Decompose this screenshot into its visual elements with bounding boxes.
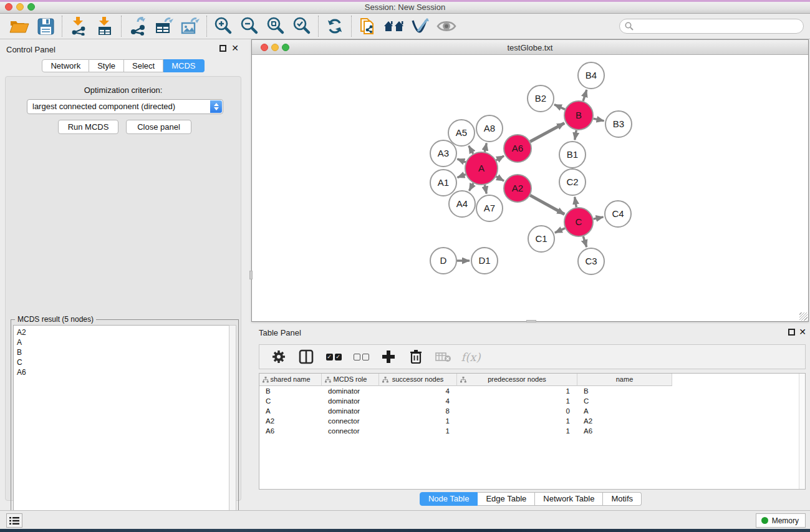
cell-MCDS-role[interactable]: dominator bbox=[322, 386, 379, 396]
edge-A-A3[interactable] bbox=[457, 159, 466, 162]
export-network-button[interactable] bbox=[125, 14, 151, 38]
cell-predecessor-nodes[interactable]: 1 bbox=[457, 416, 577, 426]
node-B1[interactable]: B1 bbox=[559, 142, 586, 168]
node-A1[interactable]: A1 bbox=[430, 170, 456, 196]
graphics-details-button[interactable] bbox=[433, 14, 460, 38]
node-table-scrollbar[interactable] bbox=[799, 374, 805, 489]
clone-network-button[interactable] bbox=[355, 14, 381, 38]
mcds-result-item[interactable]: A bbox=[17, 337, 229, 347]
table-settings-button[interactable] bbox=[269, 347, 288, 366]
mcds-result-item[interactable]: A2 bbox=[17, 327, 229, 337]
node-B[interactable]: B bbox=[564, 101, 593, 130]
edge-C-C1[interactable] bbox=[555, 228, 565, 233]
edge-C-C2[interactable] bbox=[575, 197, 577, 208]
cell-MCDS-role[interactable]: connector bbox=[322, 426, 379, 436]
network-hscroll-thumb[interactable] bbox=[526, 320, 536, 322]
tab-mcds[interactable]: MCDS bbox=[163, 59, 204, 72]
node-C3[interactable]: C3 bbox=[578, 248, 604, 274]
cell-successor-nodes[interactable]: 4 bbox=[379, 386, 457, 396]
tab-network-table[interactable]: Network Table bbox=[535, 492, 603, 506]
zoom-in-button[interactable] bbox=[210, 14, 236, 38]
cell-MCDS-role[interactable]: connector bbox=[322, 416, 379, 426]
cell-successor-nodes[interactable]: 8 bbox=[379, 406, 457, 416]
node-A4[interactable]: A4 bbox=[449, 191, 475, 217]
mcds-result-item[interactable]: A6 bbox=[17, 367, 229, 377]
column-header-name[interactable]: name bbox=[577, 374, 672, 386]
node-C1[interactable]: C1 bbox=[528, 226, 554, 252]
edge-A-A4[interactable] bbox=[469, 183, 473, 191]
control-panel-close-icon[interactable]: ✕ bbox=[231, 43, 239, 53]
table-row[interactable]: A2connector11A2 bbox=[259, 416, 799, 426]
node-C4[interactable]: C4 bbox=[605, 201, 631, 227]
delete-column-button[interactable] bbox=[407, 347, 425, 366]
table-panel-close-icon[interactable]: ✕ bbox=[799, 327, 806, 337]
tab-edge-table[interactable]: Edge Table bbox=[478, 492, 535, 506]
node-B2[interactable]: B2 bbox=[528, 85, 554, 112]
network-resize-grip[interactable] bbox=[799, 312, 808, 321]
column-header-successor-nodes[interactable]: successor nodes bbox=[379, 374, 457, 386]
edge-C-C4[interactable] bbox=[594, 217, 604, 219]
edge-A6-B[interactable] bbox=[530, 123, 564, 142]
cell-name[interactable]: C bbox=[577, 396, 672, 406]
node-C2[interactable]: C2 bbox=[559, 169, 586, 195]
edge-A-A6[interactable] bbox=[496, 156, 504, 160]
zoom-selected-button[interactable] bbox=[289, 14, 315, 38]
node-B4[interactable]: B4 bbox=[578, 62, 604, 89]
edge-B-B3[interactable] bbox=[593, 118, 604, 121]
node-A[interactable]: A bbox=[465, 152, 498, 185]
network-canvas[interactable]: B4B2BB3A5A8A6A3B1AA1C2A2A4A7C4CC1C3DD1 bbox=[252, 55, 808, 321]
refresh-button[interactable] bbox=[322, 14, 348, 38]
search-input[interactable] bbox=[619, 19, 804, 34]
edge-A2-C[interactable] bbox=[530, 195, 564, 214]
edge-C-C3[interactable] bbox=[583, 236, 586, 247]
cell-name[interactable]: A bbox=[577, 406, 672, 416]
table-panel-float-icon[interactable] bbox=[788, 329, 795, 336]
criterion-select[interactable]: largest connected component (directed) bbox=[27, 99, 223, 114]
cell-name[interactable]: B bbox=[577, 386, 672, 396]
mcds-result-scrollbar[interactable] bbox=[229, 325, 236, 532]
edge-A-A2[interactable] bbox=[496, 177, 504, 181]
cell-shared-name[interactable]: B bbox=[259, 386, 322, 396]
edge-B-B4[interactable] bbox=[583, 90, 587, 101]
save-session-button[interactable] bbox=[32, 14, 59, 38]
node-A3[interactable]: A3 bbox=[430, 140, 456, 167]
network-graph[interactable]: B4B2BB3A5A8A6A3B1AA1C2A2A4A7C4CC1C3DD1 bbox=[252, 55, 808, 321]
export-image-button[interactable] bbox=[177, 14, 203, 38]
memory-button[interactable]: Memory bbox=[756, 513, 806, 528]
select-all-columns-button[interactable]: ✓ ✓ bbox=[324, 347, 343, 366]
cell-MCDS-role[interactable]: dominator bbox=[322, 396, 379, 406]
node-A6[interactable]: A6 bbox=[504, 135, 531, 162]
node-A2[interactable]: A2 bbox=[504, 175, 531, 202]
mcds-result-item[interactable]: C bbox=[17, 357, 229, 367]
show-columns-button[interactable] bbox=[297, 347, 316, 366]
cell-predecessor-nodes[interactable]: 1 bbox=[457, 426, 577, 436]
table-row[interactable]: Bdominator41B bbox=[259, 386, 799, 396]
column-header-MCDS-role[interactable]: MCDS role bbox=[322, 374, 379, 386]
cell-name[interactable]: A6 bbox=[577, 426, 672, 436]
cell-MCDS-role[interactable]: dominator bbox=[322, 406, 379, 416]
cell-shared-name[interactable]: A2 bbox=[259, 416, 322, 426]
node-B3[interactable]: B3 bbox=[605, 111, 632, 137]
network-vscroll-thumb[interactable] bbox=[249, 271, 253, 279]
edge-A-A8[interactable] bbox=[485, 143, 486, 152]
preferred-layout-button[interactable] bbox=[381, 14, 407, 38]
close-panel-button[interactable]: Close panel bbox=[126, 120, 191, 134]
cell-predecessor-nodes[interactable]: 0 bbox=[457, 406, 577, 416]
node-A8[interactable]: A8 bbox=[476, 115, 503, 142]
node-D1[interactable]: D1 bbox=[471, 248, 498, 274]
node-C[interactable]: C bbox=[564, 208, 593, 236]
run-mcds-button[interactable]: Run MCDS bbox=[58, 120, 118, 134]
create-column-button[interactable] bbox=[379, 347, 398, 366]
vizmapper-button[interactable] bbox=[407, 14, 433, 38]
node-D[interactable]: D bbox=[430, 248, 456, 274]
mcds-result-list[interactable]: A2ABCA6 bbox=[13, 325, 229, 532]
tab-style[interactable]: Style bbox=[89, 59, 124, 72]
edge-B-B1[interactable] bbox=[575, 130, 576, 140]
cell-successor-nodes[interactable]: 4 bbox=[379, 396, 457, 406]
column-header-predecessor-nodes[interactable]: predecessor nodes bbox=[457, 374, 577, 386]
cell-successor-nodes[interactable]: 1 bbox=[379, 416, 457, 426]
function-builder-button[interactable]: f(x) bbox=[461, 347, 480, 366]
tab-motifs[interactable]: Motifs bbox=[603, 492, 642, 506]
cell-successor-nodes[interactable]: 1 bbox=[379, 426, 457, 436]
node-table[interactable]: shared nameMCDS rolesuccessor nodesprede… bbox=[259, 373, 806, 490]
